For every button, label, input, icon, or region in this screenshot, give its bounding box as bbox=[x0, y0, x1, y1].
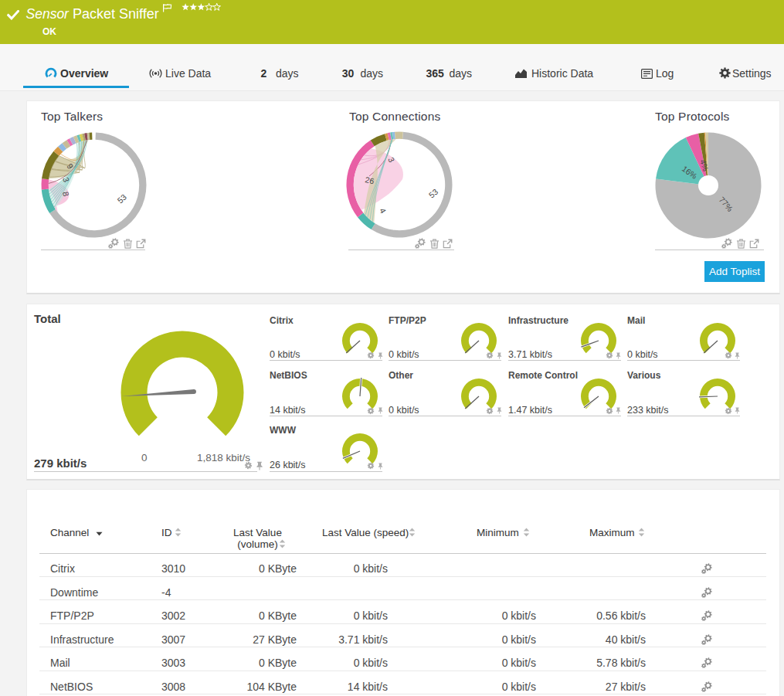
svg-text:53: 53 bbox=[427, 187, 440, 200]
svg-text:53: 53 bbox=[115, 192, 128, 205]
svg-text:4: 4 bbox=[378, 206, 388, 215]
